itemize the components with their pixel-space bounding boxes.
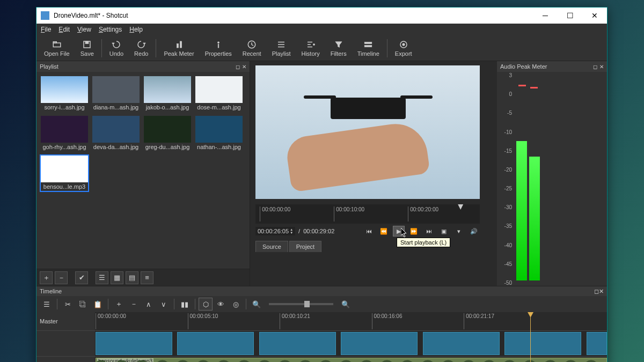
playlist-item[interactable]: dose-m...ash.jpg bbox=[195, 76, 243, 112]
playlist-undock-icon[interactable]: ◻ bbox=[236, 64, 240, 70]
menu-help[interactable]: Help bbox=[129, 26, 143, 33]
svg-rect-3 bbox=[85, 41, 89, 44]
tl-paste-button[interactable]: 📋 bbox=[91, 298, 105, 311]
video-clip[interactable] bbox=[341, 332, 418, 355]
playlist-grid: sorry-i...ash.jpgdiana-m...ash.jpgjakob-… bbox=[36, 72, 250, 269]
playlist-item[interactable]: bensou...le.mp3 bbox=[41, 156, 88, 191]
track-head-a1[interactable]: A1 🔊 🔓 bbox=[36, 357, 96, 362]
meter-bar-left bbox=[516, 141, 527, 280]
tl-ripple-button[interactable]: ◎ bbox=[229, 298, 243, 311]
history-button[interactable]: History bbox=[296, 38, 325, 59]
filters-button[interactable]: Filters bbox=[325, 38, 352, 59]
timecode-spinner[interactable]: ▲▼ bbox=[290, 228, 293, 234]
video-clip[interactable] bbox=[587, 332, 607, 355]
fastfwd-button[interactable]: ⏩ bbox=[408, 226, 420, 237]
svg-point-6 bbox=[217, 41, 219, 43]
playlist-add-button[interactable]: ＋ bbox=[40, 271, 53, 284]
skip-next-button[interactable]: ⏭ bbox=[423, 226, 435, 237]
playlist-view-tiles-button[interactable]: ▦ bbox=[111, 271, 123, 284]
close-button[interactable]: ✕ bbox=[582, 8, 607, 24]
timeline-playhead[interactable] bbox=[530, 312, 531, 362]
volume-button[interactable]: 🔊 bbox=[468, 226, 480, 237]
video-clip[interactable] bbox=[423, 332, 500, 355]
svg-point-13 bbox=[402, 43, 405, 46]
app-icon bbox=[41, 11, 49, 20]
playlist-item[interactable]: greg-du...ash.jpg bbox=[144, 116, 191, 151]
video-clip[interactable] bbox=[96, 332, 172, 355]
preview-panel: 00:00:00:00 00:00:10:00 00:00:20:00 00:0… bbox=[250, 61, 497, 286]
preview-video[interactable] bbox=[255, 65, 480, 199]
playlist-item[interactable]: goh-rhy...ash.jpg bbox=[41, 116, 88, 151]
menu-file[interactable]: File bbox=[41, 26, 51, 33]
timeline-ruler[interactable]: 00:00:00:0000:00:05:1000:00:10:2100:00:1… bbox=[96, 312, 607, 330]
window-title: DroneVideo.mlt* - Shotcut bbox=[54, 12, 533, 19]
meter-close-icon[interactable]: ✕ bbox=[599, 64, 604, 70]
tl-menu-button[interactable]: ☰ bbox=[40, 298, 54, 311]
timeline-undock-icon[interactable]: ◻ bbox=[594, 288, 599, 295]
tl-zoom-slider[interactable] bbox=[269, 303, 333, 305]
video-clip[interactable] bbox=[259, 332, 336, 355]
tl-scrub-button[interactable]: 👁 bbox=[214, 298, 228, 311]
playlist-button[interactable]: Playlist bbox=[267, 38, 296, 59]
timeline-close-icon[interactable]: ✕ bbox=[599, 288, 604, 295]
tab-project[interactable]: Project bbox=[289, 241, 321, 252]
tl-zoomin-button[interactable]: 🔍 bbox=[339, 298, 353, 311]
open-file-button[interactable]: Open File bbox=[39, 38, 75, 59]
playlist-item[interactable]: sorry-i...ash.jpg bbox=[41, 76, 88, 112]
svg-rect-0 bbox=[53, 43, 61, 47]
minimize-button[interactable]: ─ bbox=[533, 8, 558, 24]
playlist-view-icons-button[interactable]: ▤ bbox=[126, 271, 138, 284]
zoom-fit-button[interactable]: ▣ bbox=[438, 226, 450, 237]
playlist-update-button[interactable]: ✔ bbox=[75, 271, 88, 284]
recent-button[interactable]: Recent bbox=[237, 38, 267, 59]
redo-button[interactable]: Redo bbox=[129, 38, 153, 59]
meter-undock-icon[interactable]: ◻ bbox=[593, 64, 597, 70]
playlist-item[interactable]: diana-m...ash.jpg bbox=[92, 76, 140, 112]
tab-source[interactable]: Source bbox=[255, 241, 288, 252]
timeline-toolbar: ☰ ✂ ⿻ 📋 ＋ － ∧ ∨ ▮▮ ⬡ 👁 ◎ 🔍 🔍 bbox=[36, 296, 607, 312]
tl-zoomout-button[interactable]: 🔍 bbox=[250, 298, 264, 311]
menu-view[interactable]: View bbox=[77, 26, 91, 33]
video-clip[interactable] bbox=[177, 332, 254, 355]
export-button[interactable]: Export bbox=[390, 38, 418, 59]
scrubber-playhead[interactable] bbox=[457, 204, 464, 224]
play-button[interactable]: ▶ bbox=[393, 226, 405, 237]
tl-snap-button[interactable]: ⬡ bbox=[199, 298, 213, 311]
tl-split-button[interactable]: ▮▮ bbox=[178, 298, 192, 311]
tl-lift-button[interactable]: ∧ bbox=[142, 298, 156, 311]
tl-overwrite-button[interactable]: ∨ bbox=[157, 298, 171, 311]
main-toolbar: Open File Save Undo Redo Peak Meter Prop… bbox=[36, 35, 607, 61]
playlist-view-list-button[interactable]: ≡ bbox=[141, 271, 153, 284]
tl-cut-button[interactable]: ✂ bbox=[61, 298, 75, 311]
zoom-menu-button[interactable]: ▾ bbox=[453, 226, 465, 237]
maximize-button[interactable]: ☐ bbox=[558, 8, 582, 24]
playlist-close-icon[interactable]: ✕ bbox=[242, 64, 246, 70]
tl-copy-button[interactable]: ⿻ bbox=[76, 298, 90, 311]
svg-rect-5 bbox=[180, 41, 181, 48]
timeline-header: Timeline ◻ ✕ bbox=[36, 286, 607, 296]
undo-button[interactable]: Undo bbox=[104, 38, 129, 59]
track-head-v1[interactable] bbox=[36, 331, 96, 356]
save-button[interactable]: Save bbox=[75, 38, 99, 59]
playlist-item[interactable]: deva-da...ash.jpg bbox=[92, 116, 140, 151]
properties-button[interactable]: Properties bbox=[200, 38, 237, 59]
video-clip[interactable] bbox=[504, 332, 581, 355]
tl-remove-button[interactable]: － bbox=[127, 298, 141, 311]
peak-meter-button[interactable]: Peak Meter bbox=[158, 38, 199, 59]
timeline-button[interactable]: Timeline bbox=[352, 38, 385, 59]
playlist-item[interactable]: jakob-o...ash.jpg bbox=[144, 76, 191, 112]
timeline-panel: Timeline ◻ ✕ ☰ ✂ ⿻ 📋 ＋ － ∧ ∨ ▮▮ ⬡ 👁 ◎ 🔍 … bbox=[36, 286, 607, 362]
tl-append-button[interactable]: ＋ bbox=[112, 298, 126, 311]
app-window: DroneVideo.mlt* - Shotcut ─ ☐ ✕ File Edi… bbox=[36, 7, 608, 362]
preview-scrubber[interactable]: 00:00:00:00 00:00:10:00 00:00:20:00 bbox=[255, 204, 480, 224]
playlist-remove-button[interactable]: － bbox=[55, 271, 68, 284]
menu-edit[interactable]: Edit bbox=[58, 26, 70, 33]
skip-prev-button[interactable]: ⏮ bbox=[363, 226, 375, 237]
timecode-total: 00:00:29:02 bbox=[303, 228, 334, 234]
timecode-current[interactable]: 00:00:26:05 bbox=[258, 228, 289, 234]
transport-bar: 00:00:26:05 ▲▼ / 00:00:29:02 ⏮ ⏪ ▶ ⏩ ⏭ ▣… bbox=[255, 226, 480, 237]
playlist-view-detail-button[interactable]: ☰ bbox=[96, 271, 108, 284]
menu-settings[interactable]: Settings bbox=[99, 26, 122, 33]
playlist-item[interactable]: nathan-...ash.jpg bbox=[195, 116, 243, 151]
rewind-button[interactable]: ⏪ bbox=[378, 226, 390, 237]
